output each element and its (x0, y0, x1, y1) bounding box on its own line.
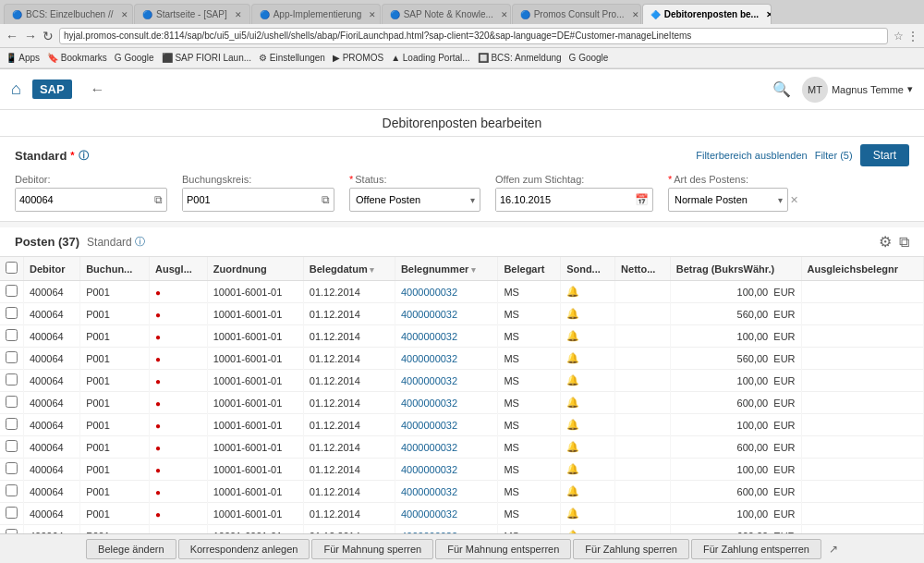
bell-icon[interactable]: 🔔 (566, 308, 579, 319)
bookmark-icon[interactable]: ☆ (894, 30, 904, 43)
select-all-checkbox[interactable] (6, 262, 18, 274)
search-icon[interactable]: 🔍 (772, 80, 791, 98)
row-checkbox[interactable] (6, 396, 18, 408)
tab-4[interactable]: 🔵 SAP Note & Knowle... ✕ (382, 4, 511, 24)
bookmark-bcs[interactable]: 🔲 BCS: Anmeldung (478, 53, 562, 63)
start-button[interactable]: Start (860, 144, 909, 166)
bell-icon[interactable]: 🔔 (566, 397, 579, 408)
tab-close-1[interactable]: ✕ (121, 10, 128, 19)
row-belegnummer[interactable]: 4000000032 (395, 503, 497, 525)
user-info[interactable]: MT Magnus Temme ▾ (802, 77, 913, 103)
filter-badge[interactable]: Filter (5) (815, 150, 853, 161)
belegnummer-link[interactable]: 4000000032 (401, 331, 457, 342)
status-select[interactable]: Offene Posten Alle Posten Ausgeglichene … (349, 188, 480, 212)
nav-back-button[interactable]: ← (91, 81, 105, 98)
fuer-zahlung-sperren-button[interactable]: Für Zahlung sperren (573, 539, 689, 559)
debitor-input[interactable] (16, 189, 151, 211)
offen-datum-calendar-icon[interactable]: 📅 (631, 193, 652, 206)
row-belegnummer[interactable]: 4000000032 (395, 414, 497, 436)
bookmark-apps[interactable]: 📱 Apps (6, 53, 40, 63)
art-postens-select[interactable]: Normale Posten Alle Posten (668, 188, 788, 212)
belegnummer-link[interactable]: 4000000032 (401, 464, 457, 475)
bell-icon[interactable]: 🔔 (566, 419, 579, 430)
bell-icon[interactable]: 🔔 (566, 485, 579, 496)
back-nav-button[interactable]: ← (6, 29, 18, 43)
bell-icon[interactable]: 🔔 (566, 374, 579, 386)
belegnummer-link[interactable]: 4000000032 (401, 442, 457, 453)
belegnummer-link[interactable]: 4000000032 (401, 420, 457, 431)
belegnummer-link[interactable]: 4000000032 (401, 375, 457, 386)
row-checkbox[interactable] (6, 373, 18, 386)
row-checkbox[interactable] (6, 462, 18, 474)
row-checkbox[interactable] (6, 285, 18, 297)
col-header-belegdatum[interactable]: Belegdatum (303, 257, 395, 281)
tab-close-2[interactable]: ✕ (235, 10, 242, 19)
row-belegnummer[interactable]: 4000000032 (395, 370, 497, 392)
fuer-mahnung-sperren-button[interactable]: Für Mahnung sperren (311, 539, 433, 559)
tab-close-3[interactable]: ✕ (369, 10, 376, 19)
tab-close-6[interactable]: ✕ (766, 10, 772, 19)
table-gear-icon[interactable]: ⚙ (879, 233, 892, 251)
bookmark-promos[interactable]: ▶ PROMOS (333, 53, 383, 63)
row-checkbox[interactable] (6, 329, 18, 341)
tab-5[interactable]: 🔵 Promos Consult Pro... ✕ (512, 4, 641, 24)
table-container[interactable]: Debitor Buchun... Ausgl... Zuordnung Bel… (0, 257, 924, 533)
row-belegnummer[interactable]: 4000000032 (395, 459, 497, 481)
bookmark-sap-fiori[interactable]: ⬛ SAP FIORI Laun... (162, 53, 251, 63)
tab-close-4[interactable]: ✕ (501, 10, 508, 19)
offen-datum-input[interactable] (496, 189, 631, 211)
bell-icon[interactable]: 🔔 (566, 286, 579, 297)
row-checkbox[interactable] (6, 484, 18, 496)
buchungskreis-icon-btn[interactable]: ⧉ (318, 193, 334, 206)
row-checkbox[interactable] (6, 351, 18, 363)
belegnummer-link[interactable]: 4000000032 (401, 398, 457, 409)
belegnummer-link[interactable]: 4000000032 (401, 309, 457, 320)
debitor-icon-btn[interactable]: ⧉ (151, 193, 166, 206)
row-belegnummer[interactable]: 4000000032 (395, 348, 497, 370)
row-belegnummer[interactable]: 4000000032 (395, 303, 497, 325)
row-checkbox[interactable] (6, 507, 18, 519)
bookmark-google[interactable]: G Google (115, 53, 154, 63)
url-input[interactable] (59, 28, 888, 44)
bell-icon[interactable]: 🔔 (566, 330, 579, 341)
forward-nav-button[interactable]: → (24, 29, 37, 43)
korrespondenz-anlegen-button[interactable]: Korrespondenz anlegen (178, 539, 310, 559)
settings-icon[interactable]: ⋮ (907, 30, 918, 43)
fuer-zahlung-entsperren-button[interactable]: Für Zahlung entsperren (691, 539, 821, 559)
row-belegnummer[interactable]: 4000000032 (395, 481, 497, 503)
row-belegnummer[interactable]: 4000000032 (395, 525, 497, 534)
belegnummer-link[interactable]: 4000000032 (401, 486, 457, 497)
bell-icon[interactable]: 🔔 (566, 463, 579, 474)
belege-aendern-button[interactable]: Belege ändern (86, 539, 176, 559)
row-belegnummer[interactable]: 4000000032 (395, 392, 497, 414)
bell-icon[interactable]: 🔔 (566, 441, 579, 452)
row-belegnummer[interactable]: 4000000032 (395, 325, 497, 348)
belegnummer-link[interactable]: 4000000032 (401, 508, 457, 520)
filter-info-icon[interactable]: ⓘ (79, 149, 89, 163)
tab-6[interactable]: 🔷 Debitorenposten be... ✕ (642, 4, 772, 24)
tab-1[interactable]: 🔵 BCS: Einzelbuchen // ✕ (4, 4, 133, 24)
tab-3[interactable]: 🔵 App-Implementierung ✕ (251, 4, 381, 24)
table-info-icon[interactable]: ⓘ (135, 235, 145, 249)
tab-close-5[interactable]: ✕ (632, 10, 639, 19)
fuer-mahnung-entsperren-button[interactable]: Für Mahnung entsperren (435, 539, 571, 559)
bookmark-bookmarks[interactable]: 🔖 Bookmarks (47, 53, 107, 63)
art-postens-clear-btn[interactable]: ✕ (790, 194, 798, 206)
home-icon[interactable]: ⌂ (11, 80, 21, 99)
table-copy-icon[interactable]: ⧉ (899, 234, 909, 251)
bookmark-einstellungen[interactable]: ⚙ Einstellungen (259, 53, 325, 63)
col-header-belegnummer[interactable]: Belegnummer (395, 257, 497, 281)
belegnummer-link[interactable]: 4000000032 (401, 353, 457, 364)
row-checkbox[interactable] (6, 307, 18, 319)
bookmark-google2[interactable]: G Google (569, 53, 609, 63)
hide-filter-link[interactable]: Filterbereich ausblenden (696, 150, 807, 161)
row-belegnummer[interactable]: 4000000032 (395, 281, 497, 303)
tab-2[interactable]: 🔵 Startseite - [SAP] ✕ (134, 4, 250, 24)
reload-button[interactable]: ↻ (43, 29, 54, 43)
bell-icon[interactable]: 🔔 (566, 508, 579, 519)
row-belegnummer[interactable]: 4000000032 (395, 436, 497, 459)
bookmark-loading-portal[interactable]: ▲ Loading Portal... (391, 53, 470, 63)
external-link-icon[interactable]: ↗ (829, 543, 838, 556)
row-checkbox[interactable] (6, 440, 18, 452)
belegnummer-link[interactable]: 4000000032 (401, 287, 457, 298)
